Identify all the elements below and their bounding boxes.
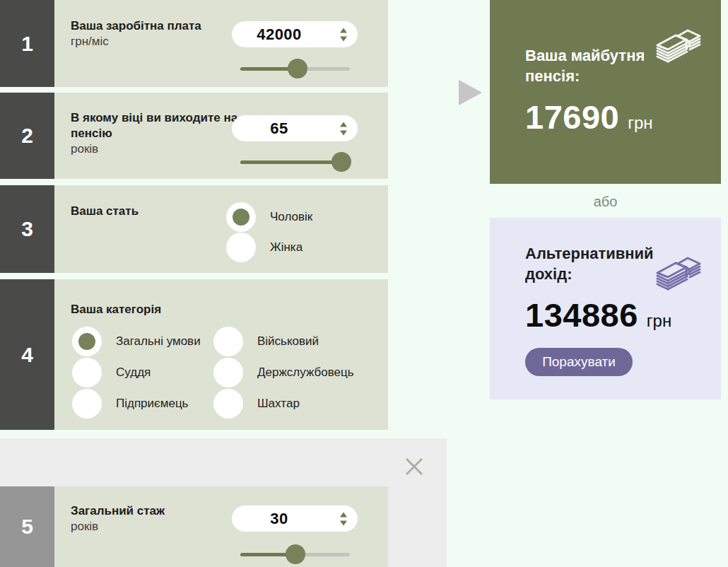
retirement-age-label-text: В якому віці ви виходите на пенсію bbox=[71, 110, 240, 141]
radio-option-civil-servant[interactable]: Держслужбовець bbox=[213, 358, 376, 387]
arrow-right-icon bbox=[459, 80, 482, 105]
salary-spinner[interactable]: 42000 bbox=[232, 21, 358, 47]
radio-circle[interactable] bbox=[226, 202, 256, 232]
experience-input[interactable]: 30 bbox=[232, 505, 327, 532]
step-number-2: 2 bbox=[0, 93, 54, 179]
step-row-gender: 3 Ваша стать Чоловік Жінка bbox=[0, 185, 388, 273]
step-row-salary: 1 Ваша заробітна плата грн/міс 42000 bbox=[0, 0, 388, 87]
step-panel-category: Ваша категорія Загальні умови Військовий… bbox=[54, 279, 388, 430]
money-stack-icon bbox=[654, 25, 703, 68]
experience-spinner-arrows bbox=[340, 512, 347, 525]
gender-label-text: Ваша стать bbox=[71, 204, 240, 219]
step-panel-retirement-age: В якому віці ви виходите на пенсію років… bbox=[54, 93, 388, 179]
step-number-3: 3 bbox=[0, 185, 54, 273]
salary-spinner-arrows bbox=[340, 28, 347, 41]
calculate-button[interactable]: Порахувати bbox=[525, 348, 633, 376]
retirement-age-unit-label: років bbox=[71, 141, 240, 157]
radio-label-miner: Шахтар bbox=[257, 397, 300, 411]
alternative-income-amount: 134886 грн bbox=[525, 296, 671, 334]
radio-option-female[interactable]: Жінка bbox=[226, 233, 312, 262]
radio-label-entrepreneur: Підприємець bbox=[116, 397, 188, 411]
salary-slider[interactable] bbox=[240, 59, 350, 78]
step-number-3-label: 3 bbox=[21, 217, 33, 241]
calculate-button-label: Порахувати bbox=[542, 354, 616, 370]
future-pension-value: 17690 bbox=[525, 98, 619, 136]
radio-circle[interactable] bbox=[72, 389, 102, 419]
retirement-age-slider[interactable] bbox=[240, 152, 350, 172]
step-number-1-label: 1 bbox=[21, 32, 33, 56]
future-pension-panel: Ваша майбутня пенсія: 17690 грн bbox=[490, 0, 721, 184]
alternative-income-unit: грн bbox=[647, 311, 671, 331]
radio-option-military[interactable]: Військовий bbox=[213, 327, 376, 356]
retirement-age-label: В якому віці ви виходите на пенсію років bbox=[71, 110, 240, 157]
experience-unit-label: років bbox=[71, 519, 240, 534]
gender-label: Ваша стать bbox=[71, 204, 240, 219]
radio-label-female: Жінка bbox=[270, 240, 303, 255]
retirement-age-input[interactable]: 65 bbox=[232, 115, 327, 141]
money-stack-icon bbox=[654, 253, 703, 296]
step-number-5-label: 5 bbox=[21, 515, 33, 539]
step-row-category: 4 Ваша категорія Загальні умови Військов… bbox=[0, 279, 388, 430]
salary-unit-label: грн/міс bbox=[71, 34, 240, 49]
radio-circle[interactable] bbox=[213, 389, 243, 419]
radio-circle[interactable] bbox=[226, 233, 256, 262]
salary-input[interactable]: 42000 bbox=[232, 21, 327, 47]
step-number-5: 5 bbox=[0, 486, 54, 567]
retirement-age-decrement-icon[interactable] bbox=[340, 130, 347, 135]
experience-decrement-icon[interactable] bbox=[340, 520, 347, 525]
retirement-age-spinner-arrows bbox=[340, 122, 347, 135]
experience-spinner[interactable]: 30 bbox=[232, 505, 358, 532]
step-number-2-label: 2 bbox=[21, 124, 33, 148]
retirement-age-spinner[interactable]: 65 bbox=[232, 115, 358, 141]
salary-decrement-icon[interactable] bbox=[340, 36, 347, 41]
future-pension-unit: грн bbox=[628, 113, 652, 133]
step-row-experience: 5 Загальний стаж років 30 bbox=[0, 486, 388, 567]
salary-label-text: Ваша заробітна плата bbox=[71, 18, 240, 34]
step-panel-experience: Загальний стаж років 30 bbox=[54, 486, 388, 567]
step-row-retirement-age: 2 В якому віці ви виходите на пенсію рок… bbox=[0, 93, 388, 179]
close-icon bbox=[400, 452, 428, 481]
pension-calculator: 1 Ваша заробітна плата грн/міс 42000 2 bbox=[0, 0, 728, 567]
salary-slider-thumb[interactable] bbox=[288, 59, 307, 78]
radio-dot bbox=[78, 333, 95, 350]
retirement-age-increment-icon[interactable] bbox=[340, 122, 347, 127]
step-panel-gender: Ваша стать Чоловік Жінка bbox=[54, 185, 388, 273]
future-pension-title: Ваша майбутня пенсія: bbox=[525, 45, 663, 86]
radio-circle[interactable] bbox=[72, 327, 102, 356]
radio-circle[interactable] bbox=[213, 327, 243, 356]
radio-circle[interactable] bbox=[213, 358, 243, 387]
retirement-age-slider-fill bbox=[240, 160, 341, 164]
radio-option-general[interactable]: Загальні умови bbox=[72, 327, 213, 356]
step-number-4-label: 4 bbox=[21, 343, 33, 367]
step-number-1: 1 bbox=[0, 0, 54, 87]
radio-label-general: Загальні умови bbox=[116, 334, 201, 349]
future-pension-amount: 17690 грн bbox=[525, 98, 653, 136]
radio-label-male: Чоловік bbox=[270, 210, 312, 224]
radio-option-male[interactable]: Чоловік bbox=[226, 202, 312, 232]
radio-circle[interactable] bbox=[72, 358, 102, 387]
close-button[interactable] bbox=[400, 452, 428, 481]
radio-label-civil-servant: Держслужбовець bbox=[257, 366, 354, 380]
step-number-4: 4 bbox=[0, 279, 54, 430]
category-label-text: Ваша категорія bbox=[71, 302, 240, 317]
alternative-income-panel: Альтернативний дохід: 134886 грн Порахув… bbox=[490, 218, 721, 399]
step-panel-salary: Ваша заробітна плата грн/міс 42000 bbox=[54, 0, 388, 87]
retirement-age-slider-thumb[interactable] bbox=[331, 152, 351, 172]
salary-label: Ваша заробітна плата грн/міс bbox=[71, 18, 240, 49]
radio-label-judge: Суддя bbox=[116, 366, 151, 380]
or-divider: або bbox=[490, 194, 721, 210]
gender-radio-group: Чоловік Жінка bbox=[226, 202, 312, 262]
radio-option-judge[interactable]: Суддя bbox=[72, 358, 213, 387]
radio-option-miner[interactable]: Шахтар bbox=[213, 389, 376, 419]
alternative-income-value: 134886 bbox=[525, 296, 638, 334]
radio-option-entrepreneur[interactable]: Підприємець bbox=[72, 389, 213, 419]
experience-label-text: Загальний стаж bbox=[71, 503, 240, 519]
category-label: Ваша категорія bbox=[71, 302, 240, 317]
experience-increment-icon[interactable] bbox=[340, 512, 347, 517]
experience-overlay: 5 Загальний стаж років 30 bbox=[0, 438, 447, 567]
salary-increment-icon[interactable] bbox=[340, 28, 347, 33]
experience-slider[interactable] bbox=[240, 544, 350, 564]
experience-slider-thumb[interactable] bbox=[286, 544, 305, 564]
radio-label-military: Військовий bbox=[257, 334, 319, 349]
category-radio-group: Загальні умови Військовий Суддя Держслуж… bbox=[72, 327, 376, 419]
